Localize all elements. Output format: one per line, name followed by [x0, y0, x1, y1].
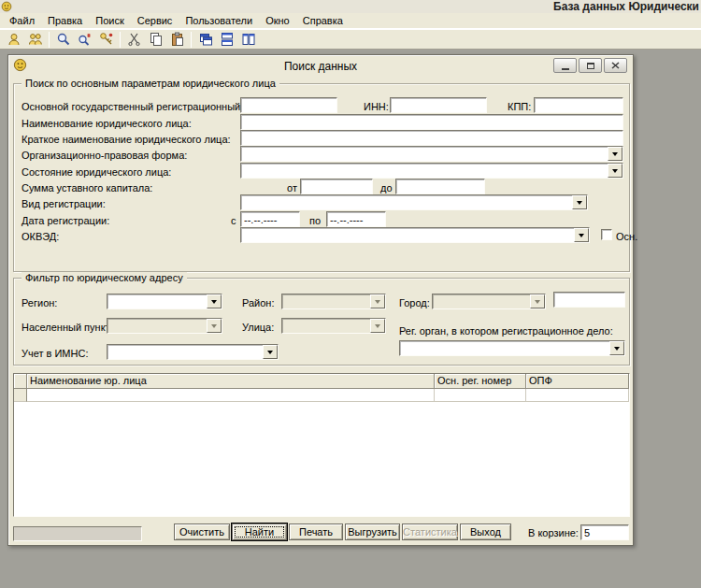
search-params-icon [78, 32, 93, 47]
legal-form-dropdown-icon[interactable] [608, 147, 622, 161]
menu-item-service[interactable]: Сервис [131, 13, 179, 28]
reg-kind-combo[interactable] [240, 194, 588, 210]
menu-item-help[interactable]: Справка [296, 13, 350, 28]
caption-buttons [553, 58, 627, 73]
date-to-input[interactable] [326, 211, 386, 227]
toolbar-button-paste[interactable] [166, 30, 188, 50]
row-selector-cell [14, 389, 27, 402]
settlement-combo [107, 318, 222, 334]
toolbar-button-cascade[interactable] [194, 30, 216, 50]
name-label: Наименование юридического лица: [21, 118, 192, 129]
toolbar-button-tile-horizontal[interactable] [216, 30, 237, 50]
city-dropdown-icon [530, 294, 545, 308]
ogrn-input[interactable] [240, 97, 337, 113]
imns-combo[interactable] [107, 344, 279, 360]
settlement-combo-value [107, 319, 207, 333]
menu-item-edit[interactable]: Правка [41, 13, 89, 28]
reg-organ-label: Рег. орган, в котором регистрационное де… [399, 325, 613, 337]
region-label: Регион: [21, 297, 57, 308]
grid-header: Наименование юр. лица Осн. рег. номер ОП… [14, 374, 629, 389]
date-from-input[interactable] [240, 211, 300, 227]
grid-row[interactable] [14, 389, 629, 402]
street-label: Улица: [242, 322, 274, 333]
state-combo-value [241, 164, 608, 178]
cascade-windows-icon [198, 32, 213, 47]
toolbar-button-users[interactable] [24, 30, 46, 50]
close-icon [611, 62, 620, 69]
cut-icon [127, 32, 142, 47]
street-combo [281, 318, 386, 334]
reg-organ-dropdown-icon[interactable] [609, 341, 624, 355]
reg-kind-combo-value [241, 195, 572, 209]
reg-kind-label: Вид регистрации: [21, 198, 106, 209]
city-combo-value [433, 294, 530, 308]
name-input[interactable] [240, 114, 623, 130]
menu-item-search[interactable]: Поиск [89, 13, 130, 28]
settlement-label: Населенный пункт: [21, 322, 113, 333]
menu-item-users[interactable]: Пользователи [179, 13, 259, 28]
application-window: База данных Юридически Файл Правка Поиск… [0, 0, 701, 588]
print-button[interactable]: Печать [289, 523, 343, 540]
toolbar-button-copy[interactable] [145, 30, 166, 50]
date-from-label: с [231, 215, 236, 226]
imns-combo-value [107, 345, 263, 359]
toolbar-button-zoom[interactable] [52, 30, 74, 50]
toolbar-button-cut[interactable] [123, 30, 145, 50]
imns-label: Учет в ИМНС: [21, 348, 88, 359]
maximize-button[interactable] [579, 58, 602, 73]
date-to-label: по [309, 215, 321, 226]
imns-dropdown-icon[interactable] [263, 345, 278, 359]
state-dropdown-icon[interactable] [608, 164, 622, 178]
state-combo[interactable] [240, 163, 623, 179]
kpp-input[interactable] [534, 97, 623, 113]
city-label: Город: [399, 297, 430, 308]
street-dropdown-icon [370, 319, 385, 333]
find-button[interactable]: Найти [232, 523, 287, 540]
toolbar-button-key[interactable] [95, 30, 117, 50]
menu-item-window[interactable]: Окно [259, 13, 296, 28]
close-button[interactable] [604, 58, 627, 73]
district-combo [281, 294, 386, 309]
column-header-ogrn[interactable]: Осн. рег. номер [435, 374, 526, 389]
stats-button: Статистика [402, 523, 458, 540]
okved-dropdown-icon[interactable] [574, 228, 589, 242]
city-extra-input[interactable] [553, 292, 625, 308]
legal-form-combo[interactable] [240, 146, 623, 162]
okved-main-checkbox[interactable] [601, 229, 612, 240]
main-params-group: Поиск по основным параметрам юридическог… [13, 83, 630, 272]
okved-combo[interactable] [240, 227, 590, 243]
short-name-input[interactable] [240, 130, 623, 146]
toolbar-button-search-params[interactable] [74, 30, 95, 50]
toolbar-button-tile-vertical[interactable] [237, 30, 259, 50]
clear-button[interactable]: Очистить [174, 523, 230, 540]
export-button[interactable]: Выгрузить [345, 523, 400, 540]
tile-horizontal-icon [220, 32, 235, 47]
basket-label: В корзине: [528, 527, 579, 538]
paste-icon [170, 32, 185, 47]
results-grid[interactable]: Наименование юр. лица Осн. рег. номер ОП… [13, 373, 630, 517]
column-header-opf[interactable]: ОПФ [526, 374, 629, 389]
capital-to-input[interactable] [395, 179, 485, 194]
inn-label: ИНН: [364, 101, 389, 112]
inn-input[interactable] [390, 97, 487, 113]
region-combo-value [107, 294, 207, 308]
search-window: Поиск данных Поиск по основным параметра… [7, 54, 634, 546]
minimize-button[interactable] [553, 58, 577, 73]
menubar: Файл Правка Поиск Сервис Пользователи Ок… [0, 13, 701, 29]
basket-input[interactable] [580, 524, 629, 540]
column-header-name[interactable]: Наименование юр. лица [27, 374, 435, 389]
district-label: Район: [242, 297, 274, 308]
exit-button[interactable]: Выход [460, 523, 511, 540]
region-combo[interactable] [107, 294, 222, 309]
reg-kind-dropdown-icon[interactable] [572, 195, 587, 209]
maximize-icon [587, 63, 594, 69]
menu-item-file[interactable]: Файл [3, 13, 41, 28]
toolbar-button-user[interactable] [3, 30, 24, 50]
row-selector-header [14, 374, 27, 389]
region-dropdown-icon[interactable] [207, 294, 222, 308]
district-dropdown-icon [370, 294, 385, 308]
okved-main-label: Осн. [616, 231, 637, 242]
reg-organ-combo[interactable] [399, 340, 625, 356]
capital-from-input[interactable] [300, 179, 373, 194]
legal-form-label: Организационно-правовая форма: [21, 150, 187, 161]
